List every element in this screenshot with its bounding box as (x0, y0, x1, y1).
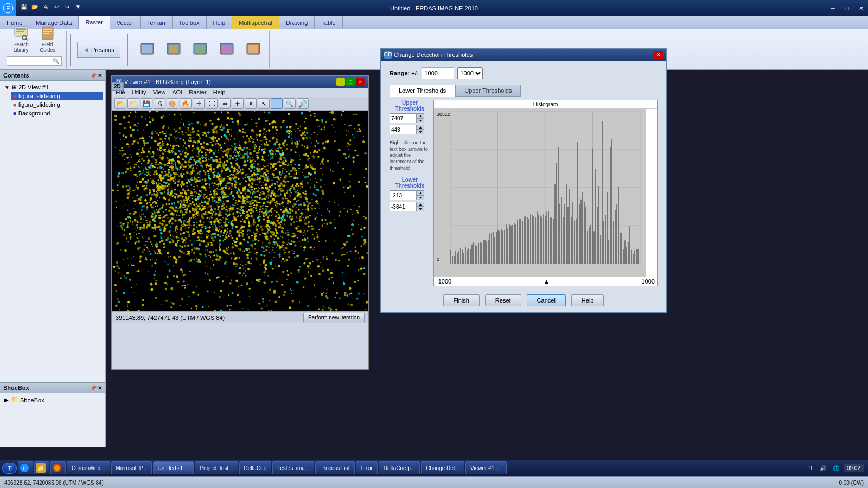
search-input[interactable] (9, 58, 53, 64)
vtb-zoomin-btn[interactable]: 🔍 (284, 98, 296, 109)
tree-item-view[interactable]: ▼ 🖥 2D View #1 (2, 83, 103, 92)
range-input[interactable] (422, 67, 454, 79)
tab-drawing[interactable]: Drawing (279, 16, 315, 29)
tree-item-layer2[interactable]: ■ figura_slide.img (11, 100, 103, 109)
lower-val2-down-btn[interactable]: ▼ (417, 207, 424, 211)
shoebox-pin-icon[interactable]: 📌 (90, 385, 97, 391)
undo-qa-btn[interactable]: ↩ (52, 2, 61, 11)
vtb-plus-btn[interactable]: + (232, 98, 244, 109)
taskbar-firefox-icon[interactable] (50, 461, 66, 474)
taskbar-processlist-item[interactable]: Process List (315, 461, 354, 474)
dropdown-qa-btn[interactable]: ▼ (73, 2, 83, 11)
tab-upper-thresh[interactable]: Upper Thresholds (455, 85, 521, 97)
taskbar-project-item[interactable]: Project: test... (195, 461, 238, 474)
taskbar-erdas-item[interactable]: Untitled - E... (153, 461, 194, 474)
tab-raster[interactable]: Raster (79, 16, 110, 29)
maximize-btn[interactable]: □ (840, 1, 854, 15)
range-dropdown[interactable]: 1000 (457, 67, 483, 79)
lower-val1-down-btn[interactable]: ▼ (417, 195, 424, 200)
tray-vol-icon[interactable]: 🔊 (818, 465, 828, 471)
search-btn[interactable]: SearchLibrary (9, 23, 34, 54)
vtb-save-btn[interactable]: 💾 (141, 98, 152, 109)
taskbar-changedet-item[interactable]: Change Det... (421, 461, 464, 474)
vtb-color-btn[interactable]: 🎨 (167, 98, 178, 109)
tab-table[interactable]: Table (315, 16, 342, 29)
open-qa-btn[interactable]: 📂 (30, 2, 40, 11)
upper-val2-down-btn[interactable]: ▼ (417, 130, 424, 134)
taskbar-deltacue-item[interactable]: DeltaCue (239, 461, 272, 474)
viewer-close-btn[interactable]: ✕ (356, 78, 365, 86)
shoebox-close-icon[interactable]: ✕ (98, 385, 102, 391)
print-qa-btn[interactable]: 🖨 (41, 2, 50, 11)
taskbar-error-item[interactable]: Error (356, 461, 378, 474)
search-box[interactable]: 🔍 (7, 56, 62, 66)
cancel-btn[interactable]: Cancel (527, 294, 566, 306)
upper-val1-input[interactable] (390, 113, 417, 123)
tool4-btn[interactable] (214, 40, 239, 60)
taskbar-deltacuep-item[interactable]: DeltaCue.p... (379, 461, 420, 474)
tab-help[interactable]: Help (207, 16, 233, 29)
viewer-canvas[interactable] (112, 111, 368, 311)
viewer-min-btn[interactable]: ─ (336, 78, 345, 86)
tab-multispectral[interactable]: Multispectral (232, 16, 279, 29)
tab-vector[interactable]: Vector (110, 16, 141, 29)
pin-icon[interactable]: 📌 (90, 73, 97, 79)
start-button[interactable]: ⊞ (2, 463, 17, 474)
tool2-btn[interactable] (161, 40, 186, 60)
taskbar-explorer-icon[interactable]: 📁 (34, 461, 49, 474)
viewer-menu-help[interactable]: Help (213, 89, 226, 95)
taskbar-viewer-item[interactable]: Viewer #1 :... (465, 461, 507, 474)
taskbar-testes-item[interactable]: Testes_ima... (272, 461, 314, 474)
vtb-fire-btn[interactable]: 🔥 (180, 98, 192, 109)
tree-item-background[interactable]: ■ Background (11, 109, 103, 118)
finish-btn[interactable]: Finish (443, 294, 480, 306)
upper-val1-down-btn[interactable]: ▼ (417, 118, 424, 123)
vtb-link-btn[interactable]: ⇔ (219, 98, 231, 109)
redo-qa-btn[interactable]: ↪ (62, 2, 72, 11)
vtb-folder-btn[interactable]: 📁 (127, 98, 139, 109)
viewer-menu-view[interactable]: View (153, 89, 166, 95)
taskbar-ms-item[interactable]: Microsoft P... (111, 461, 152, 474)
tool1-btn[interactable] (135, 40, 159, 60)
vtb-open-btn[interactable]: 📂 (114, 98, 126, 109)
minimize-btn[interactable]: ─ (826, 1, 840, 15)
perform-iteration-btn[interactable]: Perform new iteration (303, 313, 365, 322)
tab-toolbox[interactable]: Toolbox (173, 16, 207, 29)
vtb-arrow-btn[interactable]: ↖ (258, 98, 270, 109)
viewer-menu-utility[interactable]: Utility (132, 89, 146, 95)
close-btn[interactable]: ✕ (854, 1, 868, 15)
taskbar-ie-icon[interactable]: e (18, 461, 33, 474)
tab-lower-thresh[interactable]: Lower Thresholds (390, 85, 455, 97)
vtb-crosshair-btn[interactable]: ✕ (245, 98, 257, 109)
dialog-close-btn[interactable]: ✕ (654, 51, 663, 59)
vtb-cursor-btn[interactable]: ⊹ (271, 98, 283, 109)
shoebox-folder-item[interactable]: ▶ 📁 ShoeBox (2, 395, 103, 404)
save-qa-btn[interactable]: 💾 (19, 2, 29, 11)
tool5-btn[interactable] (241, 40, 266, 60)
viewer-max-btn[interactable]: □ (346, 78, 355, 86)
tab-terrain[interactable]: Terrain (141, 16, 173, 29)
upper-val1-up-btn[interactable]: ▲ (417, 113, 424, 118)
shoebox-panel: ShoeBox 📌 ✕ ▶ 📁 ShoeBox (0, 382, 106, 447)
previous-btn[interactable]: ◄ Previous (77, 42, 120, 58)
tool3-btn[interactable] (188, 40, 213, 60)
viewer-menu-raster[interactable]: Raster (189, 89, 206, 95)
vtb-expand-btn[interactable]: ⛶ (206, 98, 218, 109)
lower-val2-up-btn[interactable]: ▲ (417, 202, 424, 207)
close-panel-icon[interactable]: ✕ (98, 73, 102, 79)
upper-val2-input[interactable] (390, 125, 417, 134)
help-btn[interactable]: Help (571, 294, 604, 306)
taskbar-correio-item[interactable]: CorreioWeb... (67, 461, 110, 474)
vtb-zoomout-btn[interactable]: 🔎 (297, 98, 309, 109)
viewer-menu-aoi[interactable]: AOI (172, 89, 182, 95)
tree-item-layer1[interactable]: ■ figura_slide.img (11, 92, 103, 100)
vtb-print-btn[interactable]: 🖨 (154, 98, 165, 109)
lower-val1-up-btn[interactable]: ▲ (417, 190, 424, 195)
tray-net-icon[interactable]: 🌐 (831, 465, 841, 471)
vtb-target-btn[interactable]: ✛ (193, 98, 205, 109)
lower-val2-input[interactable] (390, 202, 417, 211)
field-guides-btn[interactable]: FieldGuides (35, 23, 60, 54)
reset-btn[interactable]: Reset (485, 294, 521, 306)
lower-val1-input[interactable] (390, 190, 417, 200)
upper-val2-up-btn[interactable]: ▲ (417, 125, 424, 130)
